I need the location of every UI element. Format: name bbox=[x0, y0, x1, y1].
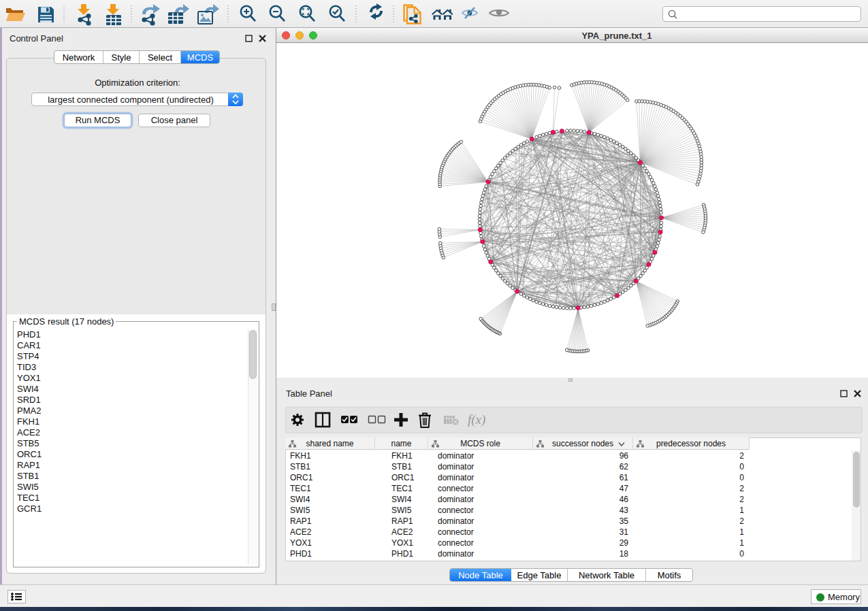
svg-text:f(x): f(x) bbox=[468, 412, 485, 427]
